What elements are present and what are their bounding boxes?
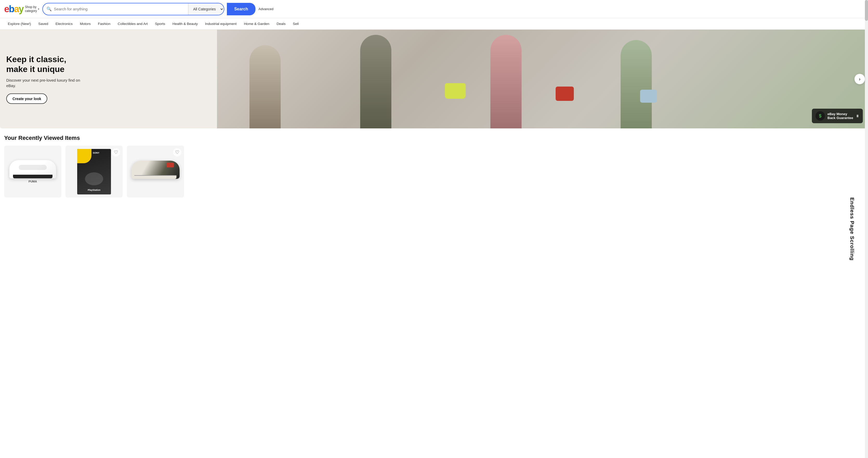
nav-item-motors[interactable]: Motors: [76, 18, 94, 29]
hero-image-area: [217, 30, 868, 128]
model-1: [249, 45, 281, 128]
model-3: [490, 35, 522, 128]
hero-next-button[interactable]: ›: [855, 74, 865, 84]
nav-item-electronics[interactable]: Electronics: [52, 18, 76, 29]
item-card-jordan[interactable]: ♡: [127, 146, 184, 197]
items-grid: PUMA ♡ SONY PlayStation ♡: [4, 146, 864, 197]
nav-item-sports[interactable]: Sports: [151, 18, 169, 29]
shop-by-label: Shop by: [25, 5, 37, 9]
ebay-logo[interactable]: ebay: [4, 4, 23, 14]
hero-subtitle: Discover your next pre-loved luxury find…: [6, 77, 89, 88]
blue-bag: [640, 90, 657, 103]
hero-content: Keep it classic, make it unique Discover…: [6, 54, 89, 104]
hero-models-background: [217, 30, 868, 128]
scrollbar-track[interactable]: [865, 0, 868, 204]
money-back-badge: $ eBay Money Back Guarantee ⏸: [812, 109, 863, 123]
chevron-down-icon: ▾: [38, 7, 39, 10]
create-your-look-button[interactable]: Create your look: [6, 93, 47, 104]
search-input[interactable]: [54, 7, 185, 11]
category-label: category: [25, 9, 37, 13]
nav: Explore (New!) Saved Electronics Motors …: [0, 18, 868, 30]
nav-item-saved[interactable]: Saved: [35, 18, 52, 29]
search-bar: 🔍 All Categories: [42, 3, 224, 16]
nav-item-health-beauty[interactable]: Health & Beauty: [169, 18, 202, 29]
endless-page-scrolling-label: Endless Page Scrolling: [849, 197, 855, 204]
nav-item-deals[interactable]: Deals: [273, 18, 289, 29]
red-bag: [556, 87, 574, 101]
nav-item-industrial[interactable]: Industrial equipment: [202, 18, 240, 29]
item-image-puma: PUMA: [4, 146, 61, 197]
money-back-icon: $: [815, 111, 825, 121]
scrollbar-thumb[interactable]: [865, 0, 868, 21]
wishlist-heart-jordan[interactable]: ♡: [173, 148, 181, 156]
item-card-puma[interactable]: PUMA: [4, 146, 61, 197]
category-select[interactable]: All Categories: [188, 3, 224, 15]
pause-icon[interactable]: ⏸: [856, 114, 859, 118]
item-card-playstation[interactable]: ♡ SONY PlayStation: [65, 146, 123, 197]
header: ebay Shop by category ▾ 🔍 All Categories…: [0, 0, 868, 18]
hero-title: Keep it classic, make it unique: [6, 54, 89, 74]
yellow-bag: [445, 83, 466, 99]
logo-area: ebay Shop by category ▾: [4, 4, 39, 14]
shop-by-category[interactable]: Shop by category ▾: [25, 5, 39, 13]
money-back-text: eBay Money Back Guarantee: [828, 112, 853, 120]
model-2: [360, 35, 392, 128]
nav-item-explore[interactable]: Explore (New!): [4, 18, 35, 29]
nav-item-fashion[interactable]: Fashion: [94, 18, 114, 29]
search-button[interactable]: Search: [227, 3, 255, 16]
wishlist-heart-playstation[interactable]: ♡: [112, 148, 120, 156]
recently-viewed-section: Your Recently Viewed Items PUMA ♡: [0, 128, 868, 204]
search-input-wrapper: 🔍: [43, 6, 188, 11]
advanced-link[interactable]: Advanced: [258, 7, 274, 11]
nav-item-home-garden[interactable]: Home & Garden: [240, 18, 273, 29]
nav-item-collectibles[interactable]: Collectibles and Art: [114, 18, 152, 29]
recently-viewed-title: Your Recently Viewed Items: [4, 135, 864, 142]
hero-banner: Keep it classic, make it unique Discover…: [0, 30, 868, 128]
nav-item-sell[interactable]: Sell: [289, 18, 303, 29]
search-icon: 🔍: [46, 6, 52, 11]
model-4: [621, 40, 652, 128]
